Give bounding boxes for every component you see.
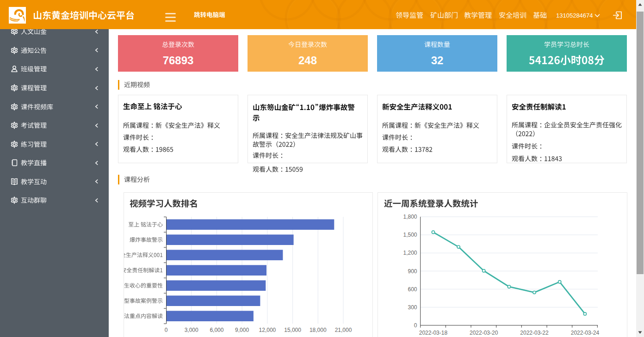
svg-text:1,800: 1,800 bbox=[403, 214, 417, 220]
svg-text:0: 0 bbox=[414, 322, 417, 329]
svg-text:1,200: 1,200 bbox=[403, 250, 417, 256]
svg-text:21,000: 21,000 bbox=[335, 327, 352, 333]
svg-text:9,000: 9,000 bbox=[235, 327, 249, 333]
svg-text:12,000: 12,000 bbox=[259, 327, 276, 333]
svg-text:3,000: 3,000 bbox=[185, 327, 198, 333]
svg-text:18,000: 18,000 bbox=[310, 327, 327, 333]
svg-text:600: 600 bbox=[408, 286, 417, 293]
svg-text:2022-03-22: 2022-03-22 bbox=[520, 330, 549, 336]
svg-text:0: 0 bbox=[165, 327, 168, 333]
svg-text:1,500: 1,500 bbox=[403, 232, 417, 238]
svg-text:15,000: 15,000 bbox=[284, 327, 301, 333]
svg-text:2022-03-20: 2022-03-20 bbox=[470, 330, 498, 336]
svg-text:2022-03-24: 2022-03-24 bbox=[571, 330, 600, 336]
svg-text:300: 300 bbox=[408, 304, 417, 311]
svg-text:2022-03-18: 2022-03-18 bbox=[419, 330, 448, 336]
svg-text:6,000: 6,000 bbox=[210, 327, 223, 333]
svg-text:900: 900 bbox=[408, 268, 417, 275]
